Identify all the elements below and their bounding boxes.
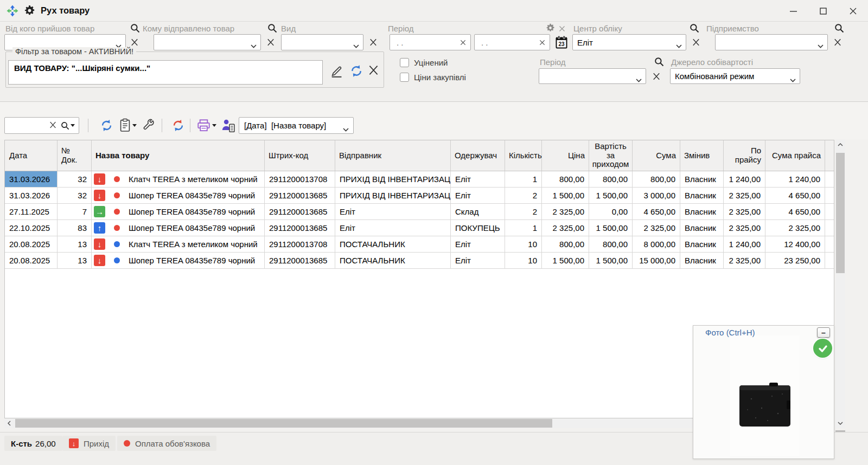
cell-sender[interactable]: ПОСТАЧАЛЬНИК bbox=[335, 253, 451, 269]
cell-date[interactable]: 31.03.2026 bbox=[5, 171, 58, 188]
cell-date[interactable]: 20.08.2025 bbox=[5, 253, 58, 269]
cell-price-list-sum[interactable]: 4 650,00 bbox=[765, 188, 825, 204]
discounted-checkbox[interactable] bbox=[400, 58, 409, 67]
cell-date[interactable]: 20.08.2025 bbox=[5, 236, 58, 253]
cell-receiver[interactable]: Еліт bbox=[451, 171, 505, 188]
clear-kind-button[interactable] bbox=[367, 35, 380, 49]
search-icon[interactable] bbox=[130, 23, 140, 35]
cell-price-list-sum[interactable]: 2 325,00 bbox=[765, 220, 825, 236]
minimize-button[interactable] bbox=[778, 0, 808, 22]
cell-price[interactable]: 800,00 bbox=[542, 236, 589, 253]
header-product-name[interactable]: Назва товару bbox=[92, 140, 265, 171]
cell-sum[interactable]: 8 000,00 bbox=[633, 236, 680, 253]
table-row[interactable]: 20.08.2025 13 ↓Шопер TEREA 08435e789 чор… bbox=[5, 253, 834, 269]
cell-changed-by[interactable]: Власник bbox=[680, 171, 724, 188]
close-button[interactable] bbox=[838, 0, 868, 22]
cell-receiver[interactable]: Еліт bbox=[451, 236, 505, 253]
cell-doc-number[interactable]: 32 bbox=[58, 171, 92, 188]
maximize-button[interactable] bbox=[808, 0, 838, 22]
cell-barcode[interactable]: 2911200013685 bbox=[265, 253, 335, 269]
cell-price-list[interactable]: 2 325,00 bbox=[724, 253, 765, 269]
cell-changed-by[interactable]: Власник bbox=[680, 253, 724, 269]
cell-quantity[interactable]: 1 bbox=[505, 171, 542, 188]
cell-cost-incoming[interactable]: 1 500,00 bbox=[589, 188, 633, 204]
discounted-checkbox-row[interactable]: Уцінений bbox=[400, 58, 448, 67]
cell-quantity[interactable]: 2 bbox=[505, 204, 542, 220]
cell-changed-by[interactable]: Власник bbox=[680, 220, 724, 236]
cell-price-list[interactable]: 1 240,00 bbox=[724, 236, 765, 253]
cell-quantity[interactable]: 2 bbox=[505, 188, 542, 204]
cost-source-combobox[interactable]: Комбінований режим bbox=[670, 68, 800, 84]
clear-item-filter-icon[interactable] bbox=[368, 65, 379, 75]
cell-price-list-sum[interactable]: 23 250,00 bbox=[765, 253, 825, 269]
cell-changed-by[interactable]: Власник bbox=[680, 236, 724, 253]
cell-date[interactable]: 31.03.2026 bbox=[5, 188, 58, 204]
cell-doc-number[interactable]: 32 bbox=[58, 188, 92, 204]
clear-period-settings-icon[interactable] bbox=[559, 24, 565, 34]
cell-doc-number[interactable]: 13 bbox=[58, 253, 92, 269]
sort-order-combobox[interactable]: [Дата] [Назва товару] bbox=[239, 117, 354, 134]
cell-price-list-sum[interactable]: 4 650,00 bbox=[765, 204, 825, 220]
reload-data-button[interactable] bbox=[169, 117, 187, 134]
refresh-filter-icon[interactable] bbox=[349, 64, 363, 78]
header-doc-number[interactable]: № Док. bbox=[58, 140, 92, 171]
search-icon[interactable] bbox=[267, 23, 277, 35]
cell-price-list[interactable]: 2 325,00 bbox=[724, 204, 765, 220]
search-icon[interactable] bbox=[654, 57, 664, 68]
period-settings-gear-icon[interactable] bbox=[546, 23, 555, 34]
cell-doc-number[interactable]: 13 bbox=[58, 236, 92, 253]
cell-quantity[interactable]: 10 bbox=[505, 236, 542, 253]
cell-barcode[interactable]: 2911200013708 bbox=[265, 236, 335, 253]
cell-price-list[interactable]: 2 325,00 bbox=[724, 188, 765, 204]
cell-product-name[interactable]: ↓Шопер TEREA 08435e789 чорний bbox=[92, 253, 265, 269]
cell-price-list-sum[interactable]: 1 240,00 bbox=[765, 171, 825, 188]
to-combobox[interactable] bbox=[154, 34, 261, 50]
purchase-prices-checkbox[interactable] bbox=[400, 73, 409, 82]
cell-price-list[interactable]: 1 240,00 bbox=[724, 171, 765, 188]
cell-quantity[interactable]: 10 bbox=[505, 253, 542, 269]
calendar-button[interactable]: 23 bbox=[554, 35, 569, 50]
cell-barcode[interactable]: 2911200013685 bbox=[265, 188, 335, 204]
cell-doc-number[interactable]: 7 bbox=[58, 204, 92, 220]
cell-price[interactable]: 800,00 bbox=[542, 171, 589, 188]
header-price-list-sum[interactable]: Сума прайса bbox=[765, 140, 825, 171]
center-combobox[interactable]: Еліт bbox=[572, 34, 686, 50]
cell-cost-incoming[interactable]: 0,00 bbox=[589, 204, 633, 220]
print-button[interactable] bbox=[195, 117, 218, 134]
cell-date[interactable]: 22.10.2025 bbox=[5, 220, 58, 236]
header-price[interactable]: Ціна bbox=[542, 140, 589, 171]
scroll-down-button[interactable] bbox=[835, 418, 845, 428]
kind-combobox[interactable] bbox=[281, 34, 363, 50]
cell-changed-by[interactable]: Власник bbox=[680, 188, 724, 204]
refresh-button[interactable] bbox=[98, 117, 115, 134]
header-barcode[interactable]: Штрих-код bbox=[265, 140, 335, 171]
cell-cost-incoming[interactable]: 800,00 bbox=[589, 236, 633, 253]
enterprise-combobox[interactable] bbox=[715, 34, 828, 50]
cell-sum[interactable]: 4 650,00 bbox=[633, 204, 680, 220]
cell-sender[interactable]: ПРИХІД ВІД ІНВЕНТАРИЗАЦІЇ bbox=[335, 188, 451, 204]
table-row[interactable]: 31.03.2026 32 ↓Шопер TEREA 08435e789 чор… bbox=[5, 188, 834, 204]
edit-filter-pencil-icon[interactable] bbox=[329, 64, 343, 78]
header-changed-by[interactable]: Змінив bbox=[680, 140, 724, 171]
purchase-prices-checkbox-row[interactable]: Ціни закупівлі bbox=[400, 73, 466, 82]
cell-price-list-sum[interactable]: 12 400,00 bbox=[765, 236, 825, 253]
table-row[interactable]: 27.11.2025 7 →Шопер TEREA 08435e789 чорн… bbox=[5, 204, 834, 220]
header-receiver[interactable]: Одержувач bbox=[451, 140, 505, 171]
cell-sender[interactable]: Еліт bbox=[335, 204, 451, 220]
cell-price[interactable]: 2 325,00 bbox=[542, 220, 589, 236]
period-to-input[interactable]: . . bbox=[474, 34, 550, 50]
cell-barcode[interactable]: 2911200013708 bbox=[265, 171, 335, 188]
item-filter-value[interactable]: ВИД ТОВАРУ: "...Шкіряні сумки..." bbox=[8, 60, 323, 85]
clear-to-button[interactable] bbox=[264, 35, 277, 49]
report-clipboard-button[interactable] bbox=[117, 117, 139, 134]
cell-sum[interactable]: 2 325,00 bbox=[633, 220, 680, 236]
cell-sum[interactable]: 15 000,00 bbox=[633, 253, 680, 269]
cell-barcode[interactable]: 2911200013685 bbox=[265, 220, 335, 236]
cell-receiver[interactable]: Еліт bbox=[451, 253, 505, 269]
table-search-input[interactable] bbox=[4, 117, 79, 134]
cell-sender[interactable]: ПРИХІД ВІД ІНВЕНТАРИЗАЦІЇ bbox=[335, 171, 451, 188]
header-price-list[interactable]: По прайсу bbox=[724, 140, 765, 171]
clear-period2-button[interactable] bbox=[650, 69, 663, 83]
cell-changed-by[interactable]: Власник bbox=[680, 204, 724, 220]
cell-receiver[interactable]: ПОКУПЕЦЬ bbox=[451, 220, 505, 236]
